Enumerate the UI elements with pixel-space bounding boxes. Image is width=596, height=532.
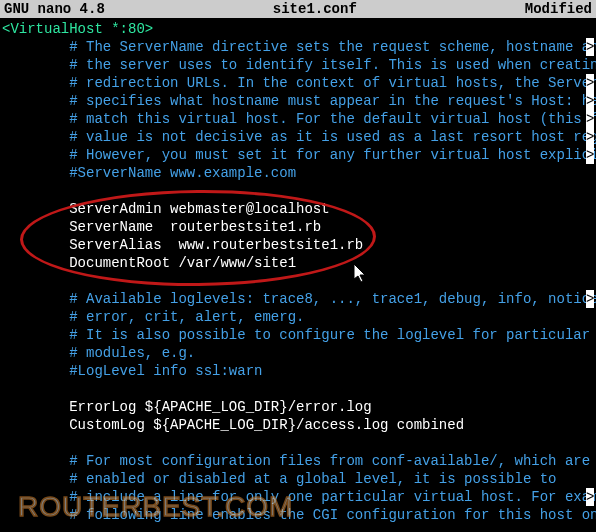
editor-line: # include a line for only one particular…: [2, 488, 596, 506]
line-continuation-icon: >: [586, 74, 594, 92]
editor-line: # For most configuration files from conf…: [2, 452, 596, 470]
comment-text: # specifies what hostname must appear in…: [2, 93, 596, 109]
app-name: GNU nano 4.8: [4, 0, 105, 18]
line-continuation-icon: >: [586, 290, 594, 308]
line-continuation-icon: >: [586, 146, 594, 164]
editor-line: # following line enables the CGI configu…: [2, 506, 596, 524]
config-text: ServerAlias www.routerbestsite1.rb: [2, 237, 363, 253]
line-continuation-icon: >: [586, 92, 594, 110]
comment-text: # value is not decisive as it is used as…: [2, 129, 596, 145]
config-text: CustomLog ${APACHE_LOG_DIR}/access.log c…: [2, 417, 464, 433]
config-text: ServerName routerbestsite1.rb: [2, 219, 321, 235]
comment-text: # include a line for only one particular…: [2, 489, 596, 505]
config-text: ServerAdmin webmaster@localhost: [2, 201, 330, 217]
comment-text: # the server uses to identify itself. Th…: [2, 57, 596, 73]
comment-text: # For most configuration files from conf…: [2, 453, 590, 469]
editor-line: # However, you must set it for any furth…: [2, 146, 596, 164]
editor-line: [2, 182, 596, 200]
editor-line: # specifies what hostname must appear in…: [2, 92, 596, 110]
comment-text: # following line enables the CGI configu…: [2, 507, 596, 523]
comment-text: # redirection URLs. In the context of vi…: [2, 75, 596, 91]
editor-line: # value is not decisive as it is used as…: [2, 128, 596, 146]
editor-line: # redirection URLs. In the context of vi…: [2, 74, 596, 92]
line-continuation-icon: >: [586, 38, 594, 56]
comment-text: #LogLevel info ssl:warn: [2, 363, 262, 379]
editor-line: #LogLevel info ssl:warn: [2, 362, 596, 380]
file-name: site1.conf: [105, 0, 525, 18]
line-continuation-icon: >: [586, 128, 594, 146]
editor-line: # Available loglevels: trace8, ..., trac…: [2, 290, 596, 308]
editor-line: CustomLog ${APACHE_LOG_DIR}/access.log c…: [2, 416, 596, 434]
comment-text: # modules, e.g.: [2, 345, 195, 361]
comment-text: # error, crit, alert, emerg.: [2, 309, 304, 325]
editor-line: #ServerName www.example.com: [2, 164, 596, 182]
config-text: ErrorLog ${APACHE_LOG_DIR}/error.log: [2, 399, 372, 415]
editor-line: [2, 272, 596, 290]
editor-line: # It is also possible to configure the l…: [2, 326, 596, 344]
editor-line: # the server uses to identify itself. Th…: [2, 56, 596, 74]
comment-text: # Available loglevels: trace8, ..., trac…: [2, 291, 596, 307]
editor-line: ServerAdmin webmaster@localhost: [2, 200, 596, 218]
editor-line: ServerAlias www.routerbestsite1.rb: [2, 236, 596, 254]
config-text: DocumentRoot /var/www/site1: [2, 255, 296, 271]
editor-line: DocumentRoot /var/www/site1: [2, 254, 596, 272]
file-status: Modified: [525, 0, 592, 18]
editor-line: # modules, e.g.: [2, 344, 596, 362]
editor-line: # The ServerName directive sets the requ…: [2, 38, 596, 56]
comment-text: #ServerName www.example.com: [2, 165, 296, 181]
editor-line: <VirtualHost *:80>: [2, 20, 596, 38]
comment-text: # The ServerName directive sets the requ…: [2, 39, 596, 55]
editor-line: ErrorLog ${APACHE_LOG_DIR}/error.log: [2, 398, 596, 416]
comment-text: # enabled or disabled at a global level,…: [2, 471, 557, 487]
editor-line: ServerName routerbestsite1.rb: [2, 218, 596, 236]
editor-line: [2, 380, 596, 398]
comment-text: # match this virtual host. For the defau…: [2, 111, 596, 127]
tag-text: <VirtualHost *:80>: [2, 21, 153, 37]
editor-line: [2, 434, 596, 452]
line-continuation-icon: >: [586, 110, 594, 128]
editor-line: # error, crit, alert, emerg.: [2, 308, 596, 326]
editor-line: # match this virtual host. For the defau…: [2, 110, 596, 128]
nano-titlebar: GNU nano 4.8 site1.conf Modified: [0, 0, 596, 18]
comment-text: # However, you must set it for any furth…: [2, 147, 596, 163]
line-continuation-icon: >: [586, 488, 594, 506]
editor-viewport[interactable]: <VirtualHost *:80> # The ServerName dire…: [0, 18, 596, 524]
comment-text: # It is also possible to configure the l…: [2, 327, 590, 343]
editor-line: # enabled or disabled at a global level,…: [2, 470, 596, 488]
